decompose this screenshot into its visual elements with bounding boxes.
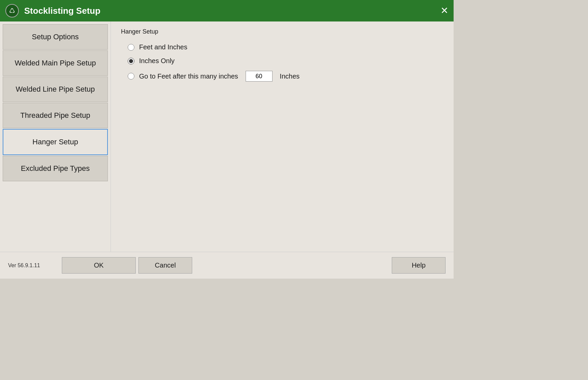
section-title: Hanger Setup — [121, 28, 444, 35]
footer: Ver 56.9.1.11 OK Cancel Help — [0, 252, 454, 279]
app-icon-symbol: ♺ — [9, 7, 15, 15]
footer-right: Help — [392, 257, 446, 274]
sidebar-item-threaded-pipe-setup[interactable]: Threaded Pipe Setup — [3, 103, 108, 128]
close-button[interactable]: ✕ — [440, 6, 448, 15]
sidebar-item-setup-options[interactable]: Setup Options — [3, 24, 108, 50]
app-icon: ♺ — [5, 4, 19, 17]
cancel-button[interactable]: Cancel — [138, 257, 192, 274]
title-bar: ♺ Stocklisting Setup ✕ — [0, 0, 454, 21]
inches-unit-label: Inches — [280, 73, 300, 80]
radio-row-feet-and-inches: Feet and Inches — [128, 43, 444, 51]
inches-value-input[interactable] — [246, 71, 272, 82]
hanger-setup-radio-group: Feet and Inches Inches Only Go to Feet a… — [128, 43, 444, 82]
footer-buttons: OK Cancel — [62, 257, 392, 274]
sidebar-item-excluded-pipe-types[interactable]: Excluded Pipe Types — [3, 156, 108, 181]
radio-label-inches-only[interactable]: Inches Only — [139, 57, 175, 65]
sidebar-item-welded-main-pipe-setup[interactable]: Welded Main Pipe Setup — [3, 50, 108, 76]
help-button[interactable]: Help — [392, 257, 446, 274]
radio-row-go-to-feet: Go to Feet after this many inches Inches — [128, 71, 444, 82]
radio-feet-and-inches[interactable] — [128, 44, 134, 51]
ok-button[interactable]: OK — [62, 257, 136, 274]
radio-label-feet-and-inches[interactable]: Feet and Inches — [139, 43, 187, 51]
sidebar: Setup Options Welded Main Pipe Setup Wel… — [0, 21, 111, 252]
sidebar-item-hanger-setup[interactable]: Hanger Setup — [3, 129, 108, 155]
sidebar-item-welded-line-pipe-setup[interactable]: Welded Line Pipe Setup — [3, 77, 108, 102]
version-label: Ver 56.9.1.11 — [8, 263, 55, 269]
window-title: Stocklisting Setup — [24, 6, 440, 16]
radio-go-to-feet[interactable] — [128, 73, 134, 80]
radio-row-inches-only: Inches Only — [128, 57, 444, 65]
content-panel: Hanger Setup Feet and Inches Inches Only… — [111, 21, 454, 252]
radio-inches-only[interactable] — [128, 58, 134, 64]
radio-label-go-to-feet[interactable]: Go to Feet after this many inches — [139, 73, 238, 80]
main-content: Setup Options Welded Main Pipe Setup Wel… — [0, 21, 454, 252]
